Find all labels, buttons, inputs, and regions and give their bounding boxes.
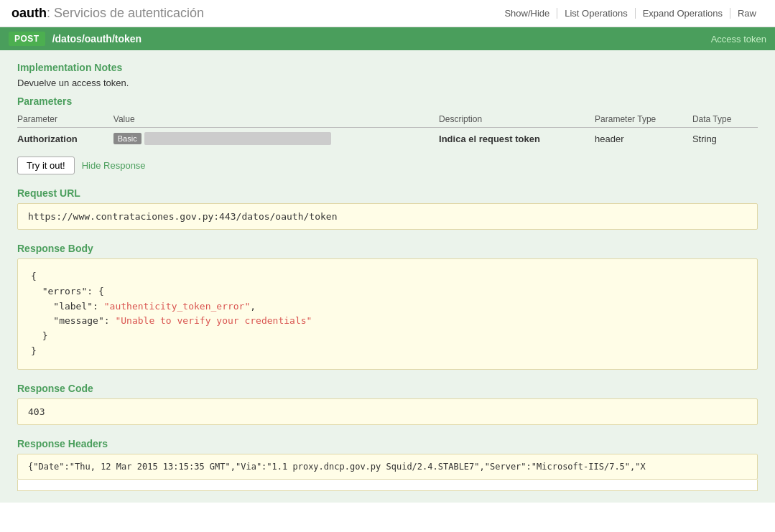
- top-header: oauth: Servicios de autenticación Show/H…: [0, 0, 775, 27]
- param-desc-cell: Indica el request token: [439, 128, 595, 150]
- basic-badge: Basic: [113, 133, 141, 144]
- response-headers-box: {"Date":"Thu, 12 Mar 2015 13:15:35 GMT",…: [17, 454, 758, 480]
- col-data-type: Data Type: [692, 111, 758, 128]
- col-parameter-type: Parameter Type: [595, 111, 692, 128]
- parameters-section: Parameters Parameter Value Description P…: [17, 95, 758, 174]
- json-key-label: "label": [53, 301, 93, 312]
- endpoint-path: /datos/oauth/token: [52, 33, 141, 45]
- response-code-title: Response Code: [17, 383, 758, 394]
- endpoint-bar: POST /datos/oauth/token Access token: [0, 27, 775, 50]
- access-token-link[interactable]: Access token: [711, 34, 766, 45]
- param-type-cell: header: [595, 128, 692, 150]
- hide-response-link[interactable]: Hide Response: [82, 160, 146, 171]
- response-body-title: Response Body: [17, 243, 758, 254]
- request-url-box: https://www.contrataciones.gov.py:443/da…: [17, 203, 758, 230]
- endpoint-bar-left: POST /datos/oauth/token: [9, 32, 141, 46]
- params-table-header: Parameter Value Description Parameter Ty…: [17, 111, 758, 128]
- response-headers-content: {"Date":"Thu, 12 Mar 2015 13:15:35 GMT",…: [28, 462, 646, 472]
- show-hide-link[interactable]: Show/Hide: [497, 8, 557, 19]
- auth-value-bar[interactable]: [144, 132, 331, 145]
- expand-operations-link[interactable]: Expand Operations: [636, 8, 730, 19]
- response-body-box: { "errors": { "label": "authenticity_tok…: [17, 258, 758, 370]
- json-key-errors: "errors": [42, 286, 88, 297]
- parameters-title: Parameters: [17, 95, 758, 107]
- col-value: Value: [113, 111, 439, 128]
- json-brace-open: {: [31, 271, 37, 281]
- param-name-cell: Authorization: [17, 128, 113, 150]
- impl-notes-desc: Devuelve un access token.: [17, 78, 758, 88]
- action-row: Try it out! Hide Response: [17, 157, 758, 174]
- col-parameter: Parameter: [17, 111, 113, 128]
- method-badge: POST: [9, 32, 45, 46]
- json-value-message: "Unable to verify your credentials": [115, 315, 312, 326]
- json-key-message: "message": [53, 315, 103, 326]
- api-title-subtitle: : Servicios de autenticación: [47, 6, 204, 20]
- param-description: Indica el request token: [439, 134, 540, 144]
- raw-link[interactable]: Raw: [730, 8, 764, 19]
- list-operations-link[interactable]: List Operations: [557, 8, 635, 19]
- headers-scrollbar[interactable]: [17, 480, 758, 491]
- top-nav: Show/Hide List Operations Expand Operati…: [497, 8, 764, 19]
- parameters-table: Parameter Value Description Parameter Ty…: [17, 111, 758, 149]
- param-data-type-cell: String: [692, 128, 758, 150]
- api-title: oauth: Servicios de autenticación: [11, 6, 204, 21]
- table-row: Authorization Basic Indica el request to…: [17, 128, 758, 150]
- response-headers-title: Response Headers: [17, 438, 758, 449]
- request-url-title: Request URL: [17, 187, 758, 199]
- api-title-bold: oauth: [11, 6, 47, 20]
- main-content: Implementation Notes Devuelve un access …: [0, 50, 775, 503]
- response-code-box: 403: [17, 398, 758, 425]
- param-value-input: Basic: [113, 132, 433, 145]
- col-description: Description: [439, 111, 595, 128]
- impl-notes-title: Implementation Notes: [17, 62, 758, 73]
- json-value-label: "authenticity_token_error": [104, 301, 251, 312]
- try-it-out-button[interactable]: Try it out!: [17, 157, 75, 174]
- param-value-cell: Basic: [113, 128, 439, 150]
- param-name: Authorization: [17, 134, 78, 144]
